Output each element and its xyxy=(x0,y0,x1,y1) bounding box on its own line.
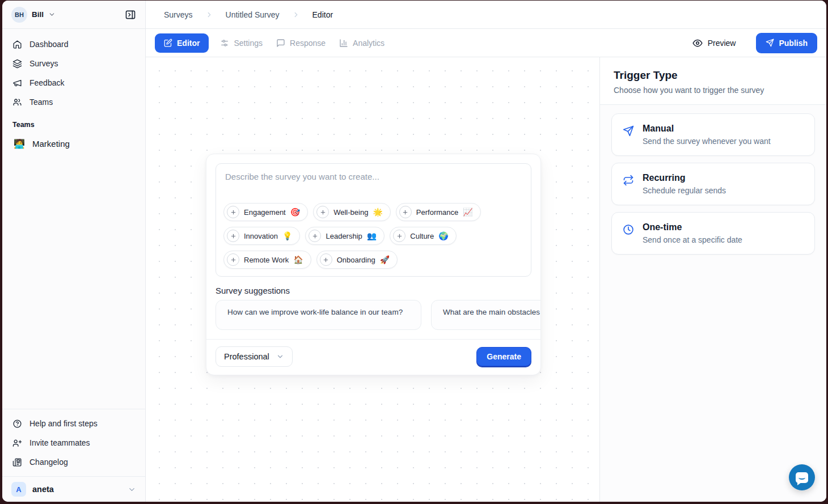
editor-canvas[interactable]: Describe the survey you want to create..… xyxy=(146,57,599,502)
chip-label: Onboarding xyxy=(337,256,375,264)
sidebar-item-label: Help and first steps xyxy=(29,419,98,428)
sidebar-item-changelog[interactable]: Changelog xyxy=(2,452,145,472)
workspace-switcher[interactable]: BH Bill xyxy=(2,1,145,29)
generate-button[interactable]: Generate xyxy=(476,347,531,366)
account-menu[interactable]: A aneta xyxy=(2,476,145,502)
help-circle-icon xyxy=(12,419,22,429)
chevron-down-icon xyxy=(48,11,56,18)
chip-label: Leadership xyxy=(326,232,362,240)
chip-label: Engagement xyxy=(244,208,286,217)
plus-icon xyxy=(227,253,239,266)
chevron-down-icon xyxy=(276,353,284,361)
rocket-emoji-icon: 🚀 xyxy=(380,256,390,264)
workspace-avatar: BH xyxy=(11,7,27,23)
sidebar-item-label: Surveys xyxy=(29,59,58,68)
option-description: Send once at a specific date xyxy=(643,235,742,244)
preview-label: Preview xyxy=(708,39,736,48)
tab-editor[interactable]: Editor xyxy=(155,33,209,53)
sidebar-item-surveys[interactable]: Surveys xyxy=(2,54,145,73)
chip-engagement[interactable]: Engagement 🎯 xyxy=(223,203,308,221)
prompt-placeholder: Describe the survey you want to create..… xyxy=(216,164,531,189)
sidebar-item-team-marketing[interactable]: 🧑‍💻 Marketing xyxy=(2,133,145,154)
sliders-icon xyxy=(220,39,229,48)
chip-label: Innovation xyxy=(244,232,278,240)
trigger-option-recurring[interactable]: Recurring Schedule regular sends xyxy=(611,163,815,205)
sidebar-nav: Dashboard Surveys Feedback Teams xyxy=(2,29,145,112)
chip-innovation[interactable]: Innovation 💡 xyxy=(223,227,300,245)
sidebar-item-teams[interactable]: Teams xyxy=(2,92,145,112)
edit-icon xyxy=(164,39,172,47)
survey-prompt-input[interactable]: Describe the survey you want to create..… xyxy=(216,163,531,277)
tab-settings[interactable]: Settings xyxy=(218,34,265,52)
tab-label: Response xyxy=(290,39,326,48)
user-plus-icon xyxy=(12,438,22,448)
target-emoji-icon: 🎯 xyxy=(290,208,300,216)
house-emoji-icon: 🏠 xyxy=(293,256,303,264)
sidebar-item-help[interactable]: Help and first steps xyxy=(2,414,145,433)
suggestion-card[interactable]: How can we improve work-life balance in … xyxy=(216,300,421,330)
breadcrumb-editor: Editor xyxy=(312,10,333,19)
people-emoji-icon: 👥 xyxy=(367,232,377,240)
plus-icon xyxy=(309,230,321,242)
lightbulb-emoji-icon: 💡 xyxy=(282,232,292,240)
option-title: Manual xyxy=(643,124,771,134)
sidebar-collapse-button[interactable] xyxy=(121,6,140,24)
panel-collapse-icon xyxy=(125,9,136,20)
chip-performance[interactable]: Performance 📈 xyxy=(396,203,481,221)
plus-icon xyxy=(320,253,332,266)
tab-label: Settings xyxy=(234,39,263,48)
trigger-option-manual[interactable]: Manual Send the survey whenever you want xyxy=(611,113,815,156)
tab-analytics[interactable]: Analytics xyxy=(337,34,387,52)
send-icon xyxy=(766,39,774,47)
megaphone-icon xyxy=(12,78,22,88)
account-avatar: A xyxy=(11,482,26,497)
sidebar-item-dashboard[interactable]: Dashboard xyxy=(2,35,145,54)
breadcrumb-surveys[interactable]: Surveys xyxy=(164,10,193,19)
panel-subtitle: Choose how you want to trigger the surve… xyxy=(614,86,813,95)
message-icon xyxy=(276,39,285,48)
sidebar-item-label: Teams xyxy=(29,98,53,107)
tone-selected-value: Professional xyxy=(224,352,269,361)
trigger-options: Manual Send the survey whenever you want… xyxy=(600,105,826,263)
star-emoji-icon: 🌟 xyxy=(373,208,382,216)
bar-chart-icon xyxy=(339,39,348,48)
technologist-emoji-icon: 🧑‍💻 xyxy=(14,138,25,149)
account-name: aneta xyxy=(32,485,121,494)
chip-remote-work[interactable]: Remote Work 🏠 xyxy=(223,251,311,269)
option-title: One-time xyxy=(643,222,742,232)
publish-button[interactable]: Publish xyxy=(756,33,817,53)
chat-bubble-icon xyxy=(796,472,808,483)
sidebar-item-feedback[interactable]: Feedback xyxy=(2,73,145,92)
tone-select[interactable]: Professional xyxy=(216,346,293,367)
chip-label: Remote Work xyxy=(244,256,289,264)
chip-culture[interactable]: Culture 🌍 xyxy=(390,227,456,245)
chip-label: Well-being xyxy=(333,208,368,217)
main-area: Surveys Untitled Survey Editor Editor xyxy=(146,1,826,502)
teams-section-label: Teams xyxy=(2,112,145,133)
publish-label: Publish xyxy=(779,39,808,48)
workspace-name: Bill xyxy=(32,10,44,19)
trigger-option-one-time[interactable]: One-time Send once at a specific date xyxy=(611,212,815,255)
panel-title: Trigger Type xyxy=(614,69,813,82)
composer-footer: Professional Generate xyxy=(206,339,540,375)
repeat-icon xyxy=(623,175,634,195)
chip-onboarding[interactable]: Onboarding 🚀 xyxy=(316,251,398,269)
sidebar-item-label: Invite teammates xyxy=(29,438,90,447)
tab-label: Editor xyxy=(177,39,200,48)
suggestion-card[interactable]: What are the main obstacles in our daily… xyxy=(431,300,540,330)
chip-leadership[interactable]: Leadership 👥 xyxy=(305,227,385,245)
changelog-icon xyxy=(12,458,22,467)
sidebar: BH Bill Dashboard xyxy=(2,1,146,502)
preview-button[interactable]: Preview xyxy=(692,38,736,48)
option-title: Recurring xyxy=(643,173,726,183)
chip-well-being[interactable]: Well-being 🌟 xyxy=(313,203,391,221)
chip-label: Culture xyxy=(410,232,434,240)
suggestions-row: How can we improve work-life balance in … xyxy=(216,300,540,331)
team-name: Marketing xyxy=(32,139,70,149)
plus-icon xyxy=(393,230,405,242)
sidebar-item-invite[interactable]: Invite teammates xyxy=(2,433,145,452)
tab-response[interactable]: Response xyxy=(274,34,328,52)
chat-launcher-button[interactable] xyxy=(789,464,815,490)
breadcrumb-untitled-survey[interactable]: Untitled Survey xyxy=(226,10,280,19)
option-description: Schedule regular sends xyxy=(643,186,726,195)
